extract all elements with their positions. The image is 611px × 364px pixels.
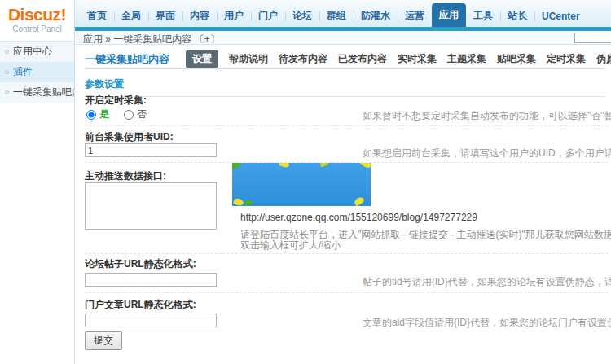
nav-item-antispam[interactable]: 防灌水: [354, 5, 398, 27]
nav-item-app[interactable]: 应用: [432, 3, 466, 27]
field-label: 前台采集使用者UID:: [85, 130, 174, 144]
tab-thread-collect[interactable]: 主题采集: [447, 52, 486, 66]
sidebar-item-plugins[interactable]: 插件: [0, 62, 74, 82]
radio-no[interactable]: [124, 110, 134, 120]
radio-yes[interactable]: [86, 110, 96, 120]
leaf-icon: [279, 163, 290, 169]
push-note-2: 双击输入框可扩大/缩小: [240, 239, 341, 252]
nav-item-operation[interactable]: 运营: [398, 5, 432, 27]
submit-button[interactable]: 提交: [85, 331, 122, 350]
bullet-icon: [5, 70, 9, 74]
tab-pseudo-original[interactable]: 伪原创: [596, 52, 611, 66]
main-content: 一键采集贴吧内容 设置 帮助说明 待发布内容 已发布内容 实时采集 主题采集 贴…: [75, 45, 611, 364]
promo-banner-image[interactable]: [232, 163, 371, 206]
bullet-icon: [5, 90, 9, 94]
portal-url-input[interactable]: [85, 314, 217, 327]
uid-input[interactable]: [85, 143, 217, 157]
nav-item-content[interactable]: 内容: [182, 5, 217, 27]
tab-published-content[interactable]: 已发布内容: [338, 52, 387, 66]
sidebar-item-tieba-collector[interactable]: 一键采集贴吧内容: [0, 82, 74, 103]
top-nav: 首页 全局 界面 内容 用户 门户 论坛 群组 防灌水 运营 应用 工具 站长 …: [75, 0, 611, 27]
leaf-icon: [354, 196, 365, 206]
form-row-push: 主动推送数据接口: http://user.qzone.qq.com/15512…: [85, 163, 608, 254]
leaf-icon: [244, 199, 253, 206]
title-row: 一键采集贴吧内容 设置 帮助说明 待发布内容 已发布内容 实时采集 主题采集 贴…: [85, 50, 604, 69]
field-help: 帖子的tid号请用{ID}代替，如果您的论坛有设置伪静态，请设置此项，默认的静态…: [363, 275, 611, 289]
logo: Discuz! Control Panel: [0, 0, 74, 33]
nav-item-tools[interactable]: 工具: [466, 5, 500, 27]
nav-item-users[interactable]: 用户: [217, 5, 251, 27]
leaf-icon: [233, 198, 244, 206]
tab-pending-content[interactable]: 待发布内容: [279, 52, 327, 66]
nav-item-site[interactable]: 站长: [500, 5, 534, 27]
search-input[interactable]: [574, 33, 611, 43]
brand-subtitle: Control Panel: [0, 24, 74, 33]
form-row-thread-url: 论坛帖子URL静态化格式: 帖子的tid号请用{ID}代替，如果您的论坛有设置伪…: [85, 254, 608, 293]
nav-item-forum[interactable]: 论坛: [285, 5, 319, 27]
form-row-enable: 开启定时采集: 是 否 如果暂时不想要定时采集自动发布的功能，可以选择"否"暂停…: [85, 92, 608, 126]
breadcrumb-bar: 应用 » 一键采集贴吧内容 〔+〕: [75, 31, 611, 45]
nav-item-home[interactable]: 首页: [80, 5, 114, 27]
sidebar-menu: 应用中心 插件 一键采集贴吧内容: [0, 41, 74, 103]
field-label: 门户文章URL静态化格式:: [85, 298, 196, 312]
nav-item-global[interactable]: 全局: [114, 5, 148, 27]
leaf-icon: [360, 163, 371, 169]
tab-bar: 设置 帮助说明 待发布内容 已发布内容 实时采集 主题采集 贴吧采集 定时采集 …: [186, 50, 611, 68]
form-row-portal-url: 门户文章URL静态化格式: 文章的aid字段值请用{ID}代替，如果您的论坛门户…: [85, 293, 608, 331]
bullet-icon: [5, 50, 9, 54]
nav-item-portal[interactable]: 门户: [251, 5, 285, 27]
leaf-icon: [319, 163, 328, 167]
sidebar: Discuz! Control Panel 应用中心 插件 一键采集贴吧内容: [0, 0, 75, 364]
sidebar-item-label: 一键采集贴吧内容: [13, 86, 74, 99]
sidebar-item-app-center[interactable]: 应用中心: [0, 42, 74, 62]
tab-tieba-collect[interactable]: 贴吧采集: [497, 52, 536, 66]
field-label: 开启定时采集:: [85, 94, 147, 107]
leaf-icon: [232, 163, 243, 170]
nav-item-group[interactable]: 群组: [319, 5, 354, 27]
push-example-url[interactable]: http://user.qzone.qq.com/155120699/blog/…: [240, 212, 477, 223]
nav-item-ucenter[interactable]: UCenter: [534, 5, 587, 27]
thread-url-input[interactable]: [85, 273, 217, 287]
radio-no-label[interactable]: 否: [137, 107, 147, 121]
push-interface-textarea[interactable]: [85, 182, 217, 230]
tab-settings[interactable]: 设置: [186, 50, 218, 68]
radio-group: 是 否: [86, 107, 147, 121]
radio-yes-label[interactable]: 是: [99, 107, 109, 121]
field-help: 如果暂时不想要定时采集自动发布的功能，可以选择"否"暂停掉。: [363, 109, 611, 123]
nav-item-interface[interactable]: 界面: [148, 5, 182, 27]
form-row-uid: 前台采集使用者UID: 如果想启用前台采集，请填写这个用户的UID，多个用户请用…: [85, 126, 608, 163]
page-title: 一键采集贴吧内容: [85, 52, 169, 67]
field-help: 文章的aid字段值请用{ID}代替，如果您的论坛门户有设置伪静态，请设置此项，默…: [363, 316, 611, 330]
discuz-admin-page: 首页 全局 界面 内容 用户 门户 论坛 群组 防灌水 运营 应用 工具 站长 …: [0, 0, 611, 364]
field-label: 论坛帖子URL静态化格式:: [85, 257, 196, 271]
sidebar-item-label: 应用中心: [13, 45, 52, 59]
tab-realtime-collect[interactable]: 实时采集: [398, 52, 437, 66]
field-label: 主动推送数据接口:: [85, 169, 166, 183]
sidebar-item-label: 插件: [13, 65, 33, 79]
tab-help[interactable]: 帮助说明: [229, 52, 268, 66]
tab-scheduled-collect[interactable]: 定时采集: [547, 52, 586, 66]
brand-logo: Discuz!: [0, 6, 74, 23]
field-help: 如果想启用前台采集，请填写这个用户的UID，多个用户请用英文逗号分隔，如：1,2…: [363, 147, 611, 160]
